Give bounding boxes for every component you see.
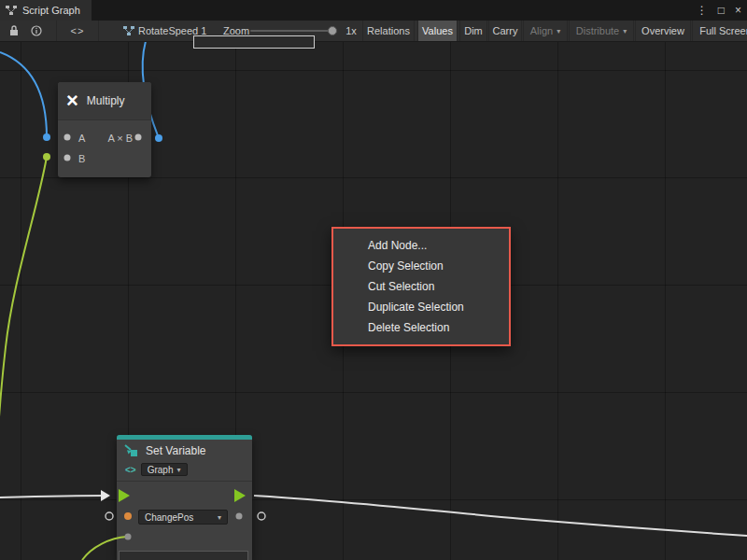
- port-a-label: A: [78, 133, 85, 144]
- align-label: Align: [530, 25, 553, 36]
- distribute-dropdown[interactable]: Distribute ▾: [569, 21, 634, 41]
- window-maximize-icon[interactable]: □: [718, 4, 725, 17]
- set-variable-node[interactable]: Set Variable <> Graph ▾ ChangePos ▾: [117, 435, 252, 560]
- port-output-label: A × B: [107, 133, 133, 144]
- chevron-down-icon: ▾: [176, 466, 180, 474]
- window-titlebar: Script Graph ⋮ □ ×: [0, 0, 747, 21]
- info-icon[interactable]: [26, 21, 47, 41]
- multiply-node[interactable]: × Multiply A A × B B: [58, 82, 151, 177]
- menu-item-delete-selection[interactable]: Delete Selection: [333, 317, 509, 338]
- multiply-row-b: B: [58, 148, 151, 169]
- dim-button[interactable]: Dim: [459, 21, 487, 41]
- distribute-label: Distribute: [576, 25, 619, 36]
- node-footer-field[interactable]: [119, 551, 248, 560]
- graph-toolbar: <> RotateSpeed 1 Zoom 1x Relations Value…: [0, 21, 747, 42]
- unity-script-graph-window: Script Graph ⋮ □ × <>: [0, 0, 747, 560]
- menu-item-copy-selection[interactable]: Copy Selection: [333, 256, 509, 276]
- zoom-slider-track[interactable]: [250, 30, 336, 32]
- chevron-down-icon: ▾: [557, 27, 560, 35]
- variable-name-dropdown[interactable]: ChangePos ▾: [138, 510, 228, 525]
- values-button[interactable]: Values: [417, 21, 458, 41]
- overview-button[interactable]: Overview: [635, 21, 691, 41]
- node-divider: [117, 481, 252, 482]
- multiply-node-title: Multiply: [87, 94, 125, 107]
- carry-button[interactable]: Carry: [488, 21, 522, 41]
- variable-name-value: ChangePos: [145, 512, 193, 523]
- multiply-node-header: × Multiply: [58, 82, 151, 120]
- variable-kind-row: <> Graph ▾: [117, 461, 252, 478]
- zoom-slider-knob[interactable]: [328, 26, 337, 35]
- tab-title: Script Graph: [22, 5, 80, 16]
- set-variable-header: Set Variable: [117, 440, 252, 461]
- set-variable-title: Set Variable: [146, 444, 205, 457]
- menu-item-add-node[interactable]: Add Node...: [333, 235, 509, 256]
- variable-kind-dropdown[interactable]: Graph ▾: [141, 463, 188, 476]
- variable-kind-value: Graph: [148, 465, 174, 475]
- graph-reference-icon: [121, 21, 136, 41]
- menu-item-duplicate-selection[interactable]: Duplicate Selection: [333, 297, 509, 317]
- lock-icon[interactable]: [4, 21, 24, 41]
- context-menu: Add Node... Copy Selection Cut Selection…: [331, 227, 511, 346]
- script-graph-icon: [6, 5, 17, 16]
- chevron-down-icon: ▾: [623, 27, 627, 35]
- tab-script-graph[interactable]: Script Graph: [0, 0, 92, 21]
- full-screen-button[interactable]: Full Screen: [692, 21, 747, 41]
- window-controls: ⋮ □ ×: [697, 0, 741, 21]
- zoom-value: 1x: [342, 21, 360, 41]
- graph-kind-icon: <>: [125, 465, 136, 475]
- multiply-row-a: A A × B: [58, 128, 151, 148]
- window-close-icon[interactable]: ×: [735, 4, 741, 17]
- chevron-down-icon: ▾: [218, 513, 221, 522]
- relations-button[interactable]: Relations: [362, 21, 415, 41]
- floating-text-field[interactable]: [193, 35, 315, 49]
- code-preview-button[interactable]: <>: [56, 21, 99, 41]
- menu-item-cut-selection[interactable]: Cut Selection: [333, 276, 509, 297]
- set-variable-icon: [124, 444, 138, 457]
- multiply-icon: ×: [66, 91, 78, 111]
- window-menu-icon[interactable]: ⋮: [697, 4, 708, 17]
- port-b-label: B: [78, 153, 85, 164]
- align-dropdown[interactable]: Align ▾: [523, 21, 568, 41]
